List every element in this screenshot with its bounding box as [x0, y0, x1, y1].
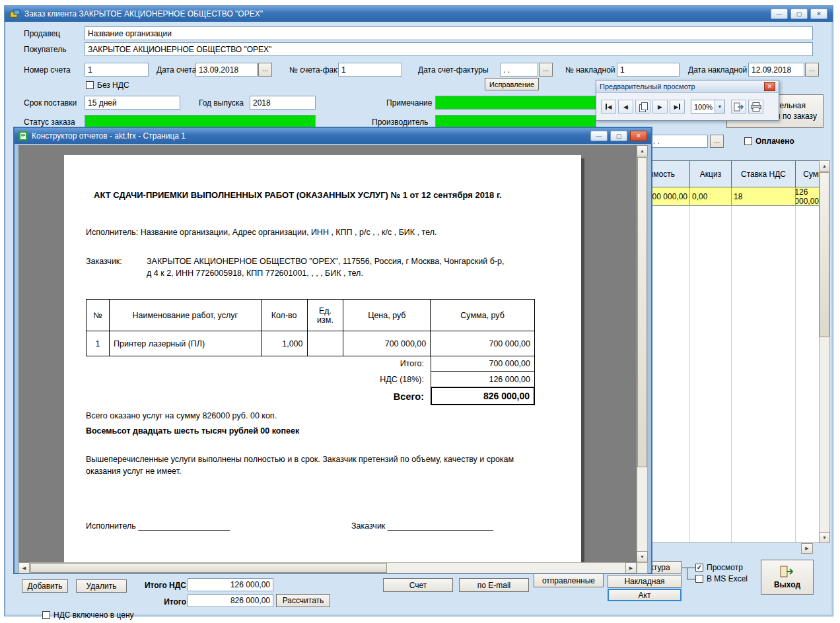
delete-button[interactable]: Удалить	[76, 579, 127, 593]
exit-button[interactable]: Выход	[761, 560, 814, 595]
sent-button[interactable]: отправленные	[534, 574, 604, 587]
act-note: Вышеперечисленные услуги выполнены полно…	[86, 453, 520, 477]
connector-line	[687, 579, 695, 579]
no-vat-checkbox[interactable]: Без НДС	[86, 81, 129, 90]
delivery-input[interactable]	[85, 96, 180, 110]
grid-cell-excise: 0,00	[690, 187, 732, 206]
act-amount-words: Восемьсот двадцать шесть тысяч рублей 00…	[86, 425, 548, 437]
facture-date-input[interactable]	[500, 63, 538, 77]
maximize-button[interactable]: ▢	[790, 9, 808, 19]
copy-button[interactable]	[635, 100, 650, 114]
no-vat-checkbox-label: Без НДС	[97, 81, 129, 90]
export-button[interactable]	[731, 100, 746, 114]
no-vat-checkbox-box	[86, 81, 94, 89]
report-scroll-corner	[637, 562, 648, 574]
invoice-no-input[interactable]	[85, 63, 149, 77]
order-status-label: Статус заказа	[24, 117, 75, 127]
preview-checkbox[interactable]: ✓ Просмотр	[695, 563, 743, 572]
report-maximize-button[interactable]: ▢	[610, 131, 627, 141]
preview-checkbox-label: Просмотр	[707, 563, 743, 572]
waybill-date-label: Дата накладной	[688, 65, 747, 75]
act-subtotal-row: Итого: 700 000,00	[86, 356, 535, 372]
last-page-button[interactable]: ▶	[670, 100, 685, 114]
act-button[interactable]: Акт	[608, 589, 682, 601]
waybill-date-input[interactable]	[748, 63, 804, 77]
grid-scroll-down-icon[interactable]: ▼	[819, 532, 830, 543]
facture-date-picker-button[interactable]: ...	[539, 63, 553, 77]
invoice-date-picker-button[interactable]: ...	[258, 63, 272, 77]
act-sign-customer: Заказчик _______________________	[351, 520, 493, 532]
correction-button[interactable]: Исправление	[485, 78, 539, 90]
buyer-input[interactable]	[85, 42, 813, 56]
act-table-header-row: № Наименование работ, услуг Кол-во Ед. и…	[87, 300, 535, 331]
act-vat-row: НДС (18%): 126 000,00	[86, 372, 535, 387]
report-minimize-button[interactable]: —	[590, 131, 608, 141]
report-canvas: АКТ СДАЧИ-ПРИЕМКИ ВЫПОЛНЕННЫХ РАБОТ (ОКА…	[18, 145, 637, 562]
preview-close-icon[interactable]: ✕	[764, 82, 775, 91]
report-hscroll-thumb[interactable]	[30, 563, 387, 573]
excel-checkbox-box	[695, 575, 703, 583]
facture-date-label: Дата счет-фактуры	[418, 65, 489, 75]
invoice-date-input[interactable]	[195, 63, 258, 77]
paid-checkbox-box	[744, 137, 752, 145]
year-input[interactable]	[250, 96, 316, 110]
report-scroll-right-icon[interactable]: ▶	[625, 562, 637, 574]
report-scroll-left-icon[interactable]: ◀	[18, 562, 30, 574]
paid-date-picker-button[interactable]: ...	[710, 135, 724, 148]
first-page-icon	[606, 104, 607, 110]
order-window-icon	[10, 9, 20, 19]
report-scroll-up-icon[interactable]: ▲	[637, 145, 648, 156]
prev-page-button[interactable]: ◀	[618, 100, 633, 114]
report-close-button[interactable]: ✕	[630, 131, 647, 141]
paid-date-input[interactable]	[650, 135, 708, 148]
zoom-select[interactable]: 100% ▼	[691, 100, 725, 114]
note-input[interactable]	[435, 96, 596, 110]
zoom-dropdown-icon[interactable]: ▼	[715, 100, 724, 113]
waybill-date-picker-button[interactable]: ...	[805, 63, 819, 77]
exit-door-icon	[779, 565, 795, 578]
report-page: АКТ СДАЧИ-ПРИЕМКИ ВЫПОЛНЕННЫХ РАБОТ (ОКА…	[64, 155, 581, 562]
manufacturer-label: Производитель	[372, 117, 428, 127]
year-label: Год выпуска	[199, 98, 244, 108]
act-amount-line: Всего оказано услуг на сумму 826000 руб.…	[86, 410, 548, 422]
excel-checkbox[interactable]: В MS Excel	[695, 574, 748, 583]
grid-scroll-thumb[interactable]	[820, 172, 829, 337]
add-button[interactable]: Добавить	[22, 579, 68, 593]
facture-no-input[interactable]	[338, 63, 402, 77]
first-page-button[interactable]: ◀	[601, 100, 616, 114]
seller-input[interactable]	[85, 26, 813, 40]
last-page-icon	[679, 104, 680, 110]
preview-checkbox-box: ✓	[695, 564, 703, 572]
grid-scroll-up-icon[interactable]: ▲	[819, 160, 830, 172]
total-vat-input[interactable]	[188, 578, 273, 591]
next-page-button[interactable]: ▶	[652, 100, 668, 114]
close-button[interactable]: ✕	[810, 9, 827, 19]
print-button[interactable]	[748, 100, 763, 114]
report-vscroll-thumb[interactable]	[637, 157, 647, 467]
act-totals: Итого: 700 000,00 НДС (18%): 126 000,00 …	[86, 356, 535, 405]
grid-scroll-right-icon[interactable]: ▶	[801, 543, 813, 554]
act-heading: АКТ СДАЧИ-ПРИЕМКИ ВЫПОЛНЕННЫХ РАБОТ (ОКА…	[94, 190, 563, 200]
paid-checkbox[interactable]: Оплачено	[744, 137, 794, 146]
note-label: Примечание	[386, 98, 432, 108]
copy-icon	[639, 102, 647, 111]
export-icon	[734, 102, 744, 112]
total-input[interactable]	[188, 594, 273, 607]
zoom-value: 100%	[691, 103, 715, 111]
invoice-no-label: Номер счета	[24, 65, 71, 75]
act-customer-label: Заказчик:	[86, 255, 122, 267]
email-button[interactable]: по E-mail	[459, 578, 529, 592]
excel-checkbox-label: В MS Excel	[707, 574, 748, 583]
preview-toolbar-titlebar: Предварительный просмотр ✕	[596, 81, 779, 93]
calculate-button[interactable]: Рассчитать	[276, 594, 330, 607]
report-scroll-down-icon[interactable]: ▼	[637, 551, 648, 562]
minimize-button[interactable]: —	[771, 9, 788, 19]
order-window-title: Заказ клиента ЗАКРЫТОЕ АКЦИОНЕРНОЕ ОБЩЕС…	[24, 9, 263, 18]
waybill-button[interactable]: Накладная	[608, 575, 682, 588]
report-window-titlebar: Конструктор отчетов - akt.frx - Страница…	[15, 128, 651, 144]
invoice-button[interactable]: Счет	[383, 578, 453, 592]
act-table-row: 1 Принтер лазерный (ПЛ) 1,000 700 000,00…	[87, 331, 535, 356]
vat-included-checkbox[interactable]: НДС включено в цену	[42, 610, 134, 620]
waybill-no-input[interactable]	[617, 63, 680, 77]
report-window-icon	[18, 131, 28, 141]
